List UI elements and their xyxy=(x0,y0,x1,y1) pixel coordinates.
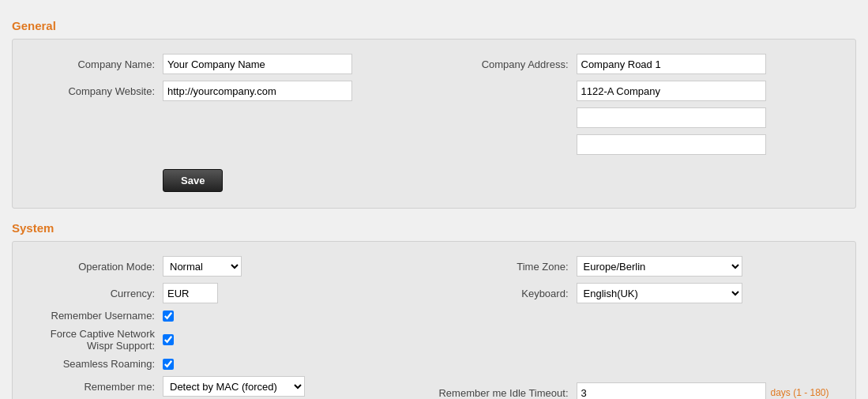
remember-username-checkbox[interactable] xyxy=(163,311,174,322)
company-address-line2-input[interactable] xyxy=(577,81,766,101)
days-hint: days (1 - 180) xyxy=(771,387,829,398)
timezone-select[interactable]: Europe/Berlin Europe/London America/New_… xyxy=(577,256,742,277)
keyboard-select[interactable]: English(UK) English(US) German French xyxy=(577,283,742,303)
company-address-line4-input[interactable] xyxy=(577,134,766,155)
remember-username-label: Remember Username: xyxy=(28,310,155,322)
force-captive-checkbox[interactable] xyxy=(163,334,174,345)
timezone-label: Time Zone: xyxy=(434,261,569,273)
idle-timeout-label: Remember me Idle Timeout: xyxy=(434,387,569,399)
company-address-line3-input[interactable] xyxy=(577,107,766,128)
idle-timeout-input[interactable] xyxy=(577,382,766,399)
company-website-label: Company Website: xyxy=(28,85,155,97)
company-address-label: Company Address: xyxy=(434,58,569,70)
operation-mode-select[interactable]: Normal Advanced Expert xyxy=(163,256,242,277)
system-section-title: System xyxy=(12,221,856,235)
company-website-input[interactable] xyxy=(163,81,352,101)
company-name-label: Company Name: xyxy=(28,58,155,70)
currency-label: Currency: xyxy=(28,288,155,299)
seamless-roaming-checkbox[interactable] xyxy=(163,359,174,370)
keyboard-label: Keyboard: xyxy=(434,288,569,299)
currency-input[interactable] xyxy=(163,283,218,303)
remember-me-label: Remember me: xyxy=(28,381,155,393)
seamless-roaming-label: Seamless Roaming: xyxy=(28,358,155,370)
operation-mode-label: Operation Mode: xyxy=(28,261,155,273)
remember-me-select[interactable]: Detect by MAC (forced) Always Never xyxy=(163,376,305,397)
company-address-line1-input[interactable] xyxy=(577,54,766,74)
general-section-title: General xyxy=(12,19,856,32)
force-captive-label: Force Captive Network Wispr Support: xyxy=(28,328,155,352)
general-save-button[interactable]: Save xyxy=(163,169,223,192)
company-name-input[interactable] xyxy=(163,54,352,74)
